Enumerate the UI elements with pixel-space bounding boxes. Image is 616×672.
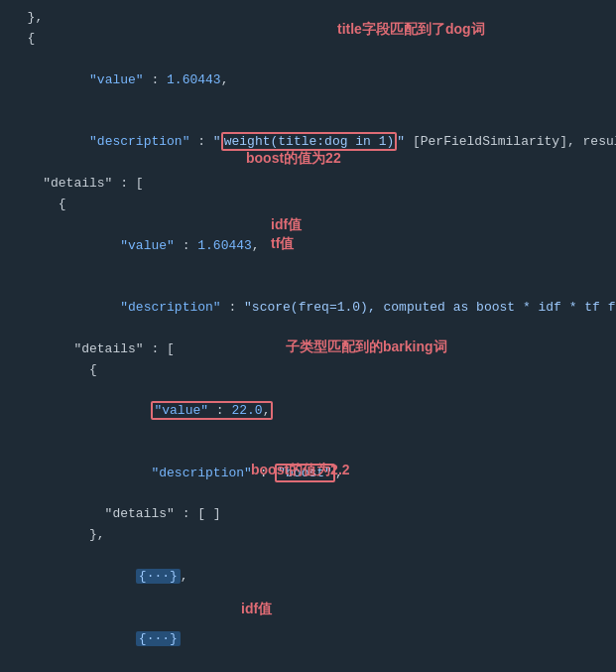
code-line: "details" : [ bbox=[0, 174, 616, 195]
code-line: { bbox=[0, 195, 616, 215]
code-line: "details" : [ bbox=[0, 339, 616, 360]
code-line: { bbox=[0, 29, 616, 50]
code-line: }, bbox=[0, 525, 616, 546]
code-line: "value" : 1.60443, bbox=[0, 50, 616, 111]
code-line: "details" : [ ] bbox=[0, 504, 616, 525]
code-line: "value" : 1.60443, bbox=[0, 215, 616, 277]
code-line-tf-collapsed: {···} bbox=[0, 608, 616, 670]
code-line-dog: "description" : "weight(title:dog in 1)"… bbox=[0, 111, 616, 173]
code-line-idf-collapsed: {···}, bbox=[0, 546, 616, 607]
code-line-boost-desc: "description" : "boost", bbox=[0, 443, 616, 504]
code-line-boost22: "value" : 22.0, bbox=[0, 381, 616, 443]
code-line: "description" : "score(freq=1.0), comput… bbox=[0, 277, 616, 338]
code-area: title字段匹配到了dog词 boost的值为22 idf值 tf值 子类型匹… bbox=[0, 0, 616, 672]
code-line: }, bbox=[0, 8, 616, 29]
code-line: { bbox=[0, 360, 616, 381]
